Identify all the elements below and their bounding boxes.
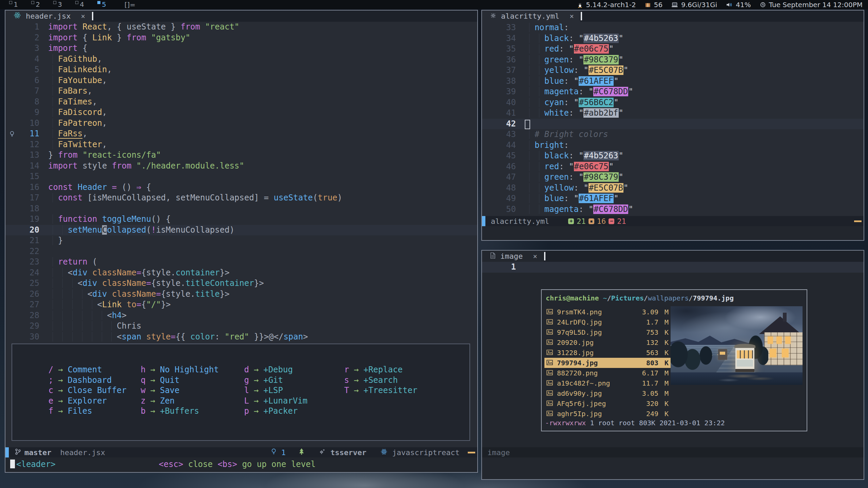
code-text: blue: "#61AFEF": [525, 193, 619, 204]
which-key-item[interactable]: e→Explorer: [48, 396, 127, 406]
which-key-item[interactable]: s→+Search: [344, 375, 417, 386]
code-line-7[interactable]: 7 FaBars,: [5, 86, 477, 97]
file-row[interactable]: 9rsmTK4.png3.09M: [544, 307, 671, 317]
code-line-2[interactable]: 2import { Link } from "gatsby": [5, 33, 477, 43]
code-line-12[interactable]: 12 FaTwitter,: [5, 139, 477, 150]
code-line-26[interactable]: 26 <div className={style.title}>: [5, 289, 477, 300]
code-line-23[interactable]: 23 return (: [5, 257, 477, 268]
code-line-39[interactable]: 39 magenta: "#C678DD": [482, 86, 864, 97]
code-line-10[interactable]: 10 FaPatreon,: [5, 118, 477, 129]
image-file-icon: [546, 379, 557, 387]
which-key-item[interactable]: f→Files: [48, 406, 127, 416]
which-key-item[interactable]: g→+Git: [244, 375, 308, 386]
code-line-21[interactable]: 21 }: [5, 235, 477, 246]
code-line-40[interactable]: 40 cyan: "#56B6C2": [482, 97, 864, 108]
code-line-17[interactable]: 17 const [isMenuCollapsed, setMenuCollap…: [5, 193, 477, 203]
file-row[interactable]: 24LrDFQ.jpg1.7M: [544, 317, 671, 327]
code-line-27[interactable]: 27 <Link to={"/"}>: [5, 299, 477, 310]
which-key-item[interactable]: r→+Replace: [344, 365, 417, 375]
key: e: [48, 396, 54, 406]
code-line-20[interactable]: 20 setMenuCollapsed(!isMenuCollapsed): [5, 225, 477, 236]
which-key-item[interactable]: d→+Debug: [244, 365, 308, 375]
code-line-4[interactable]: 4 FaGithub,: [5, 54, 477, 65]
code-line-35[interactable]: 35 red: "#e06c75": [482, 44, 864, 55]
file-row[interactable]: aghr5Ip.jpg249K: [544, 409, 671, 419]
workspace-tag-2[interactable]: 2: [27, 0, 49, 9]
code-line-33[interactable]: 33 normal:: [482, 22, 864, 33]
which-key-item[interactable]: q→Quit: [140, 375, 219, 386]
code-line-34[interactable]: 34 black: "#4b5263": [482, 33, 864, 44]
which-key-item[interactable]: /→Comment: [48, 365, 127, 375]
code-line-24[interactable]: 24 <div className={style.container}>: [5, 268, 477, 278]
which-key-item[interactable]: z→Zen: [140, 396, 219, 406]
workspace-tag-4[interactable]: 4: [71, 0, 93, 9]
code-line-15[interactable]: 15: [5, 171, 477, 182]
file-row[interactable]: 882720.png6.17M: [544, 368, 671, 378]
code-line-47[interactable]: 47 green: "#98C379": [482, 172, 864, 183]
which-key-item[interactable]: b→+Buffers: [140, 406, 219, 416]
code-line-43[interactable]: 43 # Bright colors: [482, 129, 864, 140]
workspace-tag-5[interactable]: 5: [93, 0, 115, 9]
code-line-28[interactable]: 28 <h4>: [5, 310, 477, 321]
file-row-selected[interactable]: 799794.jpg803K: [544, 358, 671, 368]
code-line-5[interactable]: 5 FaLinkedin,: [5, 64, 477, 75]
workspace-tag-3[interactable]: 3: [49, 0, 71, 9]
code-line-8[interactable]: 8 FaTimes,: [5, 97, 477, 108]
which-key-item[interactable]: l→+LSP: [244, 385, 308, 396]
code-line-30[interactable]: 30 <span style={{ color: "red" }}>@</spa…: [5, 332, 477, 343]
terminal-line[interactable]: 1: [482, 262, 864, 273]
code-line-37[interactable]: 37 yellow: "#E5C07B": [482, 65, 864, 76]
image-preview: [671, 306, 803, 385]
close-icon[interactable]: ×: [570, 12, 574, 20]
system-status: 5.14.2-arch1-2569.6Gi/31Gi41%Tue Septemb…: [577, 1, 868, 9]
code-line-1[interactable]: 1import React, { useState } from "react": [5, 22, 477, 33]
image-file-icon: [546, 399, 557, 408]
code-line-25[interactable]: 25 <div className={style.titleContainer}…: [5, 278, 477, 289]
code-line-16[interactable]: 16const Header = () ⇒ {: [5, 182, 477, 193]
which-key-item[interactable]: h→No Highlight: [140, 365, 219, 375]
line-number: 13: [5, 150, 48, 161]
which-key-item[interactable]: c→Close Buffer: [48, 385, 127, 396]
code-line-50[interactable]: 50 magenta: "#C678DD": [482, 204, 864, 215]
code-line-19[interactable]: 19 function toggleMenu() {: [5, 214, 477, 225]
code-line-11[interactable]: 11 FaRss,: [5, 129, 477, 139]
which-key-item[interactable]: L→+LunarVim: [244, 396, 308, 406]
code-line-45[interactable]: 45 black: "#4b5263": [482, 151, 864, 161]
code-line-6[interactable]: 6 FaYoutube,: [5, 75, 477, 86]
file-row[interactable]: 20920.jpg132K: [544, 337, 671, 348]
code-line-49[interactable]: 49 blue: "#61AFEF": [482, 193, 864, 204]
code-line-46[interactable]: 46 red: "#e06c75": [482, 161, 864, 172]
which-key-item[interactable]: T→+Treesitter: [344, 385, 417, 396]
code-line-9[interactable]: 9 FaDiscord,: [5, 107, 477, 118]
tab-header-jsx[interactable]: header.jsx ×: [5, 11, 91, 22]
code-line-48[interactable]: 48 yellow: "#E5C07B": [482, 183, 864, 194]
file-row[interactable]: ad6v90y.jpg3.05M: [544, 388, 671, 398]
tab-alacritty-yml[interactable]: alacritty.yml ×: [482, 11, 580, 22]
which-key-item[interactable]: w→Save: [140, 385, 219, 396]
code-line-41[interactable]: 41 white: "#abb2bf": [482, 108, 864, 119]
file-row[interactable]: 31228.jpg563K: [544, 348, 671, 358]
file-row[interactable]: a19c482f~.png11.7M: [544, 378, 671, 388]
code-line-3[interactable]: 3import {: [5, 43, 477, 54]
line-number: 43: [482, 129, 525, 140]
tab-image[interactable]: image ×: [482, 251, 543, 262]
arrow-icon: →: [58, 386, 63, 395]
file-row[interactable]: 97q9L5D.jpg753K: [544, 327, 671, 337]
react-icon: [381, 448, 387, 457]
which-key-item[interactable]: p→+Packer: [244, 406, 308, 416]
code-line-38[interactable]: 38 blue: "#61AFEF": [482, 76, 864, 87]
code-line-44[interactable]: 44 bright:: [482, 140, 864, 151]
file-row[interactable]: AFq5r6j.jpeg320K: [544, 398, 671, 409]
close-icon[interactable]: ×: [533, 252, 537, 260]
code-line-14[interactable]: 14import style from "./header.module.les…: [5, 161, 477, 172]
code-line-42[interactable]: 42: [482, 119, 864, 130]
code-text: black: "#4b5263": [525, 151, 623, 161]
code-line-18[interactable]: 18: [5, 203, 477, 214]
code-line-22[interactable]: 22: [5, 246, 477, 257]
which-key-item[interactable]: ;→Dashboard: [48, 375, 127, 386]
code-line-13[interactable]: 13} from "react-icons/fa": [5, 150, 477, 161]
code-line-29[interactable]: 29 Chris: [5, 321, 477, 332]
close-icon[interactable]: ×: [81, 12, 85, 20]
workspace-tag-1[interactable]: 1: [5, 0, 27, 9]
code-line-36[interactable]: 36 green: "#98C379": [482, 55, 864, 65]
